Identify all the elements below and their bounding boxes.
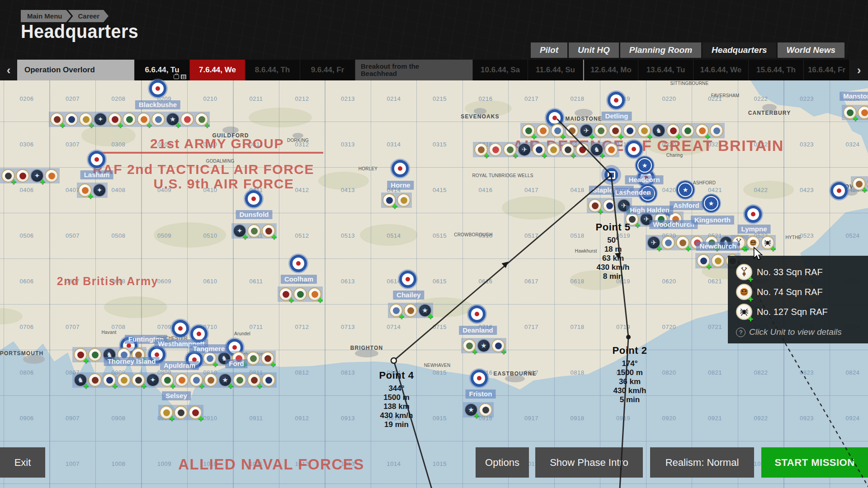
airfield-label-lympne[interactable]: Lympne [738, 225, 771, 234]
unit-emblem-icon[interactable]: ✚ [697, 254, 710, 267]
breadcrumb-main-menu[interactable]: Main Menu [21, 10, 71, 22]
unit-emblem-icon[interactable] [175, 373, 189, 387]
tab-headquarters[interactable]: Headquarters [703, 42, 776, 58]
raf-airfield-marker[interactable] [606, 90, 626, 110]
unit-emblem-icon[interactable] [204, 373, 217, 387]
unit-emblem-icon[interactable]: ✚ [843, 106, 857, 119]
raf-airfield-marker[interactable] [743, 204, 763, 224]
unit-emblem-icon[interactable]: ✚ [474, 143, 488, 156]
airfield-label-chailey[interactable]: Chailey [393, 291, 424, 300]
raf-airfield-marker[interactable] [390, 159, 410, 178]
show-phase-intro-button[interactable]: Show Phase Intro [535, 447, 643, 478]
unit-emblem-icon[interactable]: ✚ [491, 339, 505, 352]
unit-emblem-icon[interactable] [262, 373, 275, 387]
airfield-label-high-halden[interactable]: High Halden [626, 206, 673, 215]
unit-emblem-icon[interactable]: ✚ [203, 352, 217, 365]
us-airfield-marker[interactable]: ★ [635, 155, 655, 175]
tab-planning-room[interactable]: Planning Room [620, 42, 701, 58]
unit-emblem-icon[interactable]: ✚ [1, 169, 15, 183]
unit-emblem-icon[interactable]: ♞✚ [74, 373, 87, 387]
exit-button[interactable]: Exit [0, 447, 45, 478]
unit-emblem-icon[interactable] [151, 113, 165, 126]
airfield-label-friston[interactable]: Friston [466, 389, 496, 399]
options-button[interactable]: Options [476, 447, 529, 478]
start-mission-button[interactable]: START MISSION [761, 447, 868, 478]
timeline-date-6.6.44[interactable]: 6.6.44, Tu [135, 60, 190, 80]
unit-emblem-icon[interactable]: ✚ [247, 373, 261, 387]
unit-emblem-icon[interactable] [489, 143, 502, 156]
unit-emblem-icon[interactable] [661, 236, 675, 249]
unit-emblem-icon[interactable]: ✚ [676, 236, 689, 249]
tab-world-news[interactable]: World News [778, 42, 844, 58]
timeline-date-12.6.44[interactable]: 12.6.44, Mo [583, 60, 638, 80]
airfield-label-ashford[interactable]: Ashford [670, 201, 703, 210]
unit-emblem-icon[interactable]: ✈✚ [647, 236, 660, 249]
unit-emblem-icon[interactable] [117, 373, 131, 387]
unit-emblem-icon[interactable]: ✦ [93, 183, 106, 197]
unit-emblem-icon[interactable]: ★✚ [464, 403, 478, 417]
breadcrumb-career[interactable]: Career [68, 10, 109, 22]
us-airfield-marker[interactable]: ★ [675, 180, 695, 200]
unit-emblem-icon[interactable] [397, 193, 410, 207]
unit-emblem-icon[interactable]: ✚ [637, 124, 651, 137]
unit-emblem-icon[interactable]: ✚ [103, 373, 116, 387]
unit-emblem-icon[interactable] [293, 287, 307, 301]
unit-emblem-icon[interactable] [858, 106, 868, 119]
unit-emblem-icon[interactable] [565, 124, 579, 137]
unit-emblem-icon[interactable] [123, 113, 136, 126]
squadron-row[interactable]: ✚No. 33 Sqn RAF [736, 263, 868, 281]
squadron-row[interactable]: ✚No. 74 Sqn RAF [736, 283, 868, 301]
unit-emblem-icon[interactable] [711, 254, 725, 267]
unit-emblem-icon[interactable]: ✚ [137, 113, 151, 126]
unit-emblem-icon[interactable]: ✚ [132, 373, 145, 387]
airfield-label-thorney-island[interactable]: Thorney Island [104, 357, 160, 366]
unit-emblem-icon[interactable]: ✚ [551, 124, 564, 137]
unit-emblem-icon[interactable]: ★ [477, 339, 491, 352]
timeline-date-15.6.44[interactable]: 15.6.44, Th [749, 60, 804, 80]
timeline-date-14.6.44[interactable]: 14.6.44, We [693, 60, 749, 80]
timeline-date-11.6.44[interactable]: 11.6.44, Su [528, 60, 583, 80]
unit-emblem-icon[interactable] [681, 124, 694, 137]
raf-airfield-marker[interactable] [467, 304, 487, 324]
unit-emblem-icon[interactable]: ★✚ [418, 304, 432, 317]
raf-airfield-marker[interactable] [87, 150, 107, 169]
unit-emblem-icon[interactable]: ✦ [94, 113, 107, 126]
timeline-date-10.6.44[interactable]: 10.6.44, Sa [473, 60, 528, 80]
unit-emblem-icon[interactable]: ✚ [79, 113, 93, 126]
timeline-phase-upcoming[interactable]: Breakout from the Beachhead [355, 60, 473, 80]
unit-emblem-icon[interactable]: ✚ [695, 124, 709, 137]
raf-airfield-marker[interactable] [829, 181, 849, 201]
unit-emblem-icon[interactable]: ✈ [518, 143, 531, 156]
realism-button[interactable]: Realism: Normal [650, 447, 754, 478]
waypoint-marker[interactable] [601, 165, 621, 185]
spider-emblem-icon[interactable]: ✚ [761, 236, 774, 249]
airfield-label-newchurch[interactable]: Newchurch [696, 242, 740, 251]
unit-emblem-icon[interactable] [594, 124, 608, 137]
unit-emblem-icon[interactable] [88, 348, 102, 361]
us-airfield-marker[interactable]: ★ [701, 193, 721, 213]
unit-emblem-icon[interactable]: ✚ [189, 373, 203, 387]
unit-emblem-icon[interactable]: ✚ [279, 287, 292, 301]
unit-emblem-icon[interactable]: ✚ [503, 143, 517, 156]
unit-emblem-icon[interactable] [604, 143, 618, 156]
timeline-date-7.6.44[interactable]: 7.6.44, We [190, 60, 245, 80]
raf-airfield-marker[interactable] [288, 253, 308, 273]
unit-emblem-icon[interactable]: ♞ [652, 124, 665, 137]
unit-emblem-icon[interactable]: ✚ [160, 406, 173, 419]
squadron-row[interactable]: ✚No. 127 Sqn RAF [736, 303, 868, 321]
tiger-emblem-icon[interactable] [746, 236, 760, 249]
airfield-label-selsey[interactable]: Selsey [162, 391, 191, 400]
unit-emblem-icon[interactable] [576, 143, 589, 156]
unit-emblem-icon[interactable]: ★✚ [218, 373, 232, 387]
timeline-date-9.6.44[interactable]: 9.6.44, Fr [300, 60, 355, 80]
airfield-label-tangmere[interactable]: Tangmere [189, 344, 229, 353]
unit-emblem-icon[interactable] [180, 113, 194, 126]
raf-airfield-marker[interactable] [170, 319, 190, 338]
unit-emblem-icon[interactable] [247, 224, 261, 238]
unit-emblem-icon[interactable]: ✚ [50, 113, 64, 126]
timeline-prev-arrow[interactable]: ‹ [0, 60, 17, 80]
unit-emblem-icon[interactable]: ✚ [852, 177, 866, 191]
timeline-phase-current[interactable]: Operation Overlord [17, 60, 135, 80]
airfield-label-ford[interactable]: Ford [225, 359, 247, 368]
raf-airfield-marker[interactable] [148, 79, 168, 99]
